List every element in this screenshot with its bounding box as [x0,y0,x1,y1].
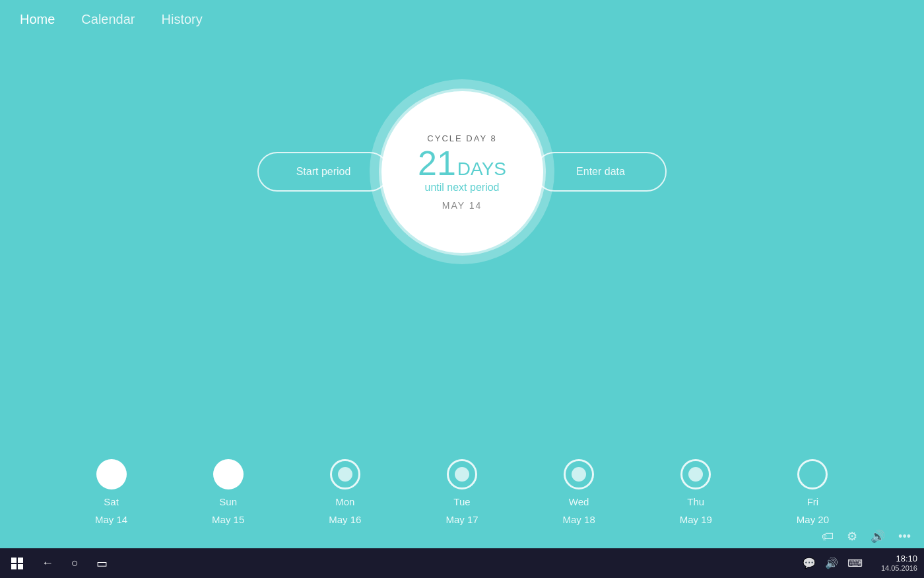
day-date: May 17 [446,514,478,525]
days-count: 21 [418,146,456,180]
day-date: May 18 [563,514,595,525]
day-date: May 15 [212,514,244,525]
day-name: Sat [104,496,119,507]
pill-container: Start period CYCLE DAY 8 21 DAYS until n… [257,79,667,264]
period-date: MAY 14 [442,200,482,211]
enter-data-button[interactable]: Enter data [535,152,667,192]
until-text: until next period [425,182,500,194]
day-item-sun[interactable]: SunMay 15 [212,459,244,525]
day-item-tue[interactable]: TueMay 17 [446,459,478,525]
day-dot-sun [213,459,244,489]
day-dot-wed [564,459,594,489]
tag-icon[interactable]: 🏷 [822,530,834,544]
day-name: Mon [335,496,354,507]
week-strip: SatMay 14SunMay 15MonMay 16TueMay 17WedM… [0,459,924,525]
days-unit: DAYS [457,160,506,178]
navigation: HomeCalendarHistory [0,0,222,39]
day-name: Fri [807,496,819,507]
outer-ring: CYCLE DAY 8 21 DAYS until next period MA… [370,79,554,264]
main-content: Start period CYCLE DAY 8 21 DAYS until n… [0,79,924,264]
nav-item-history[interactable]: History [162,12,203,27]
system-tray: 💬 🔊 ⌨ [796,557,869,569]
bottom-icons: 🏷 ⚙ 🔊 ••• [822,529,911,544]
day-date: May 19 [680,514,712,525]
nav-item-calendar[interactable]: Calendar [81,12,135,27]
search-button[interactable]: ○ [67,556,82,570]
task-view-button[interactable]: ▭ [92,556,112,571]
time-display: 18:10 [881,554,917,564]
back-button[interactable]: ← [38,556,57,570]
day-item-wed[interactable]: WedMay 18 [563,459,595,525]
notification-icon[interactable]: 💬 [803,557,816,569]
nav-item-home[interactable]: Home [20,12,55,27]
taskbar-left: ← ○ ▭ [7,553,112,574]
taskbar-right: 💬 🔊 ⌨ 18:10 14.05.2016 [796,554,917,573]
day-dot-mon [330,459,360,489]
more-icon[interactable]: ••• [898,530,911,544]
cycle-day-label: CYCLE DAY 8 [427,133,496,143]
start-button[interactable] [7,553,28,574]
day-item-thu[interactable]: ThuMay 19 [680,459,712,525]
day-item-sat[interactable]: SatMay 14 [95,459,127,525]
day-name: Sun [219,496,237,507]
keyboard-icon[interactable]: ⌨ [847,557,863,569]
day-dot-tue [447,459,477,489]
windows-logo [11,558,23,569]
day-name: Thu [687,496,704,507]
volume-icon[interactable]: 🔊 [871,529,885,544]
day-dot-thu [680,459,711,489]
inner-circle: CYCLE DAY 8 21 DAYS until next period MA… [381,91,543,253]
clock[interactable]: 18:10 14.05.2016 [881,554,917,573]
volume-taskbar-icon[interactable]: 🔊 [825,557,838,569]
day-dot-fri [797,459,828,489]
day-item-mon[interactable]: MonMay 16 [329,459,361,525]
date-display: 14.05.2016 [881,564,917,573]
day-date: May 20 [797,514,829,525]
day-date: May 16 [329,514,361,525]
taskbar: ← ○ ▭ 💬 🔊 ⌨ 18:10 14.05.2016 [0,548,924,578]
day-name: Wed [569,496,589,507]
settings-icon[interactable]: ⚙ [847,529,857,544]
day-name: Tue [453,496,470,507]
day-date: May 14 [95,514,127,525]
day-item-fri[interactable]: FriMay 20 [797,459,829,525]
day-dot-sat [96,459,127,489]
